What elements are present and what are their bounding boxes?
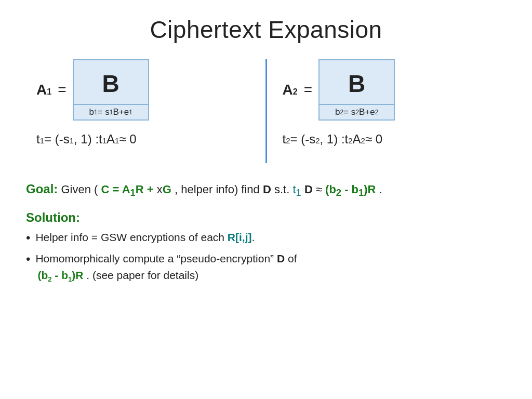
bullet-1-text: Helper info = GSW encryptions of each R[…: [35, 229, 506, 246]
right-panel: A2 = B b2 = s2B+e2 t2 = (-s2 , 1) : t2: [272, 59, 507, 163]
left-matrix-box: B b1 = s1B+e1: [73, 59, 149, 121]
goal-text-before: Given (: [61, 183, 98, 196]
right-matrix-box: B b2 = s2B+e2: [318, 59, 395, 121]
left-matrix-big-label: B: [102, 70, 119, 98]
goal-d2: D: [304, 183, 313, 196]
goal-period: .: [379, 183, 382, 196]
rij-text: R[i,j]: [228, 231, 252, 243]
goal-d-label: D: [263, 183, 271, 196]
goal-c-eq: C = A1R + xG: [101, 183, 171, 196]
left-panel: A1 = B b1 = s1B+e1 t1 = (-s1 , 1) : t1: [26, 59, 260, 163]
left-matrix-bottom: b1 = s1B+e1: [74, 104, 148, 119]
bullet-item-2: • Homomorphically compute a “pseudo-encr…: [26, 250, 506, 284]
right-matrix-big-label: B: [348, 70, 365, 98]
left-eq-sign: =: [58, 82, 66, 98]
bullet2-d: D: [277, 252, 285, 264]
right-matrix-label: A2: [283, 82, 298, 98]
left-matrix-label: A1: [36, 82, 51, 98]
right-matrix-top: B: [320, 60, 394, 104]
bullet-item-1: • Helper info = GSW encryptions of each …: [26, 229, 506, 247]
right-eq-sign: =: [304, 82, 312, 98]
slide-title: Ciphertext Expansion: [26, 16, 506, 44]
goal-text-after-c: , helper info) find: [175, 183, 263, 196]
solution-section: Solution: • Helper info = GSW encryption…: [26, 210, 506, 289]
bullet-2-text: Homomorphically compute a “pseudo-encryp…: [35, 250, 506, 284]
vertical-divider: [265, 59, 267, 163]
right-matrix-row: A2 = B b2 = s2B+e2: [283, 59, 395, 121]
goal-b-expr: (b2 - b1)R: [325, 183, 376, 196]
goal-label: Goal:: [26, 182, 58, 196]
goal-approx: ≈: [316, 183, 325, 196]
goal-st: s.t.: [274, 183, 292, 196]
bullet-2-dot: •: [26, 250, 30, 268]
right-matrix-bottom: b2 = s2B+e2: [320, 104, 394, 119]
goal-section: Goal: Given ( C = A1R + xG , helper info…: [26, 180, 506, 200]
bullet-1-dot: •: [26, 229, 30, 247]
left-matrix-top: B: [74, 60, 148, 104]
solution-label: Solution:: [26, 210, 506, 225]
goal-t1: t1: [292, 183, 301, 196]
left-transform-row: t1 = (-s1 , 1) : t1 A1 ≈ 0: [36, 132, 137, 147]
bullet2-b-expr: (b2 - b1)R: [37, 269, 83, 281]
left-matrix-row: A1 = B b1 = s1B+e1: [36, 59, 149, 121]
right-transform-row: t2 = (-s2 , 1) : t2 A2 ≈ 0: [283, 132, 383, 147]
slide: Ciphertext Expansion A1 = B b1 = s1B+e1: [0, 0, 532, 399]
content-area: A1 = B b1 = s1B+e1 t1 = (-s1 , 1) : t1: [26, 59, 506, 163]
